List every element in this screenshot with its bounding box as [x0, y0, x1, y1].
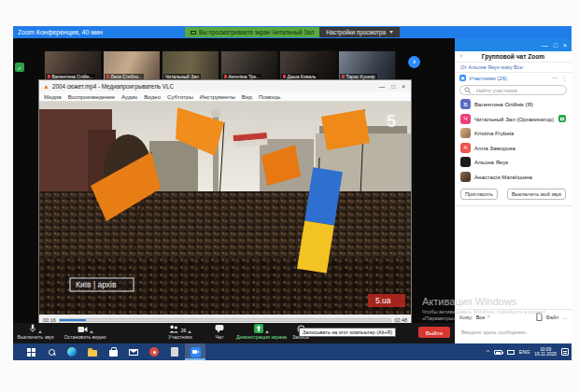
- participant-row[interactable]: В Валентина Олійнік (Я): [455, 97, 572, 112]
- view-settings-button[interactable]: Настройки просмотра: [319, 27, 400, 37]
- panel-maximize-button[interactable]: □: [554, 42, 558, 49]
- menu-playback[interactable]: Воспроизведение: [68, 93, 115, 100]
- thumbnail-name: Леся Стебло...: [111, 74, 143, 79]
- participants-count-badge: 26: [181, 328, 187, 333]
- vlc-minimize-button[interactable]: —: [379, 83, 386, 90]
- participant-search[interactable]: [459, 85, 567, 95]
- file-button[interactable]: Файл: [546, 315, 559, 320]
- video-thumbnail[interactable]: Тарас Кушнір: [338, 50, 396, 81]
- search-icon: [464, 87, 472, 94]
- video-thumbnail[interactable]: Ангеліна Тре...: [220, 50, 278, 81]
- video-thumbnail[interactable]: Читальный Зал: [162, 50, 219, 81]
- taskbar-zoom-button[interactable]: [185, 343, 205, 360]
- taskbar-explorer-button[interactable]: [82, 343, 103, 360]
- vlc-titlebar[interactable]: ▲ 2004 сюжет.mp4 - Медиапроигрыватель VL…: [39, 80, 411, 91]
- stop-video-button[interactable]: Остановить видео: [56, 325, 114, 340]
- encryption-shield-icon[interactable]: ✓: [15, 63, 24, 72]
- viewing-banner-text: Вы просматриваете экран Читальный Зал: [199, 29, 314, 35]
- mute-button[interactable]: Выключить звук: [13, 325, 58, 340]
- menu-view[interactable]: Вид: [242, 93, 252, 100]
- chevron-down-icon: [389, 31, 393, 34]
- mute-my-audio-button[interactable]: Выключить мой звук: [507, 189, 566, 200]
- video-thumbnail[interactable]: Валентина Олійн...: [44, 50, 102, 81]
- more-button[interactable]: ...: [562, 315, 567, 320]
- window-title: Zoom Конференция, 40 мин: [13, 29, 103, 35]
- message-input[interactable]: [459, 329, 567, 336]
- panel-close-button[interactable]: ×: [563, 42, 567, 49]
- menu-tools[interactable]: Инструменты: [200, 93, 235, 100]
- meeting-toolbar: Выключить звук Остановить видео 26 Участ…: [13, 323, 455, 343]
- panel-minimize-button[interactable]: —: [542, 42, 548, 49]
- vlc-cone-icon: ▲: [43, 83, 49, 90]
- share-screen-button[interactable]: Демонстрация экрана: [232, 325, 291, 340]
- language-indicator[interactable]: ENG: [519, 349, 530, 355]
- zoom-content: ✓ Валентина Олійн... Леся Стебло... Чита…: [13, 38, 572, 343]
- viewing-banner: Вы просматриваете экран Читальный Зал: [185, 27, 319, 37]
- record-tooltip: Записывать на этот компьютер (Alt+R): [299, 328, 396, 337]
- taskbar-document-button[interactable]: [164, 343, 185, 360]
- taskbar-app-red-button[interactable]: [144, 343, 164, 360]
- chat-label: Чат: [216, 334, 224, 340]
- participant-row[interactable]: Kristina Frybela: [455, 126, 572, 141]
- battery-icon[interactable]: [494, 350, 502, 355]
- participants-minimize-button[interactable]: —: [552, 75, 558, 81]
- hidden-icons-button[interactable]: ^: [487, 349, 489, 355]
- taskbar-search-button[interactable]: [41, 343, 62, 360]
- elapsed-time: 00:16: [43, 317, 56, 323]
- leave-meeting-button[interactable]: Выйти: [418, 327, 450, 338]
- share-options-caret[interactable]: [265, 330, 269, 333]
- participant-row[interactable]: Альона Янук: [455, 155, 572, 170]
- chat-panel: — □ × Групповой чат Zoom От Альона Янук …: [455, 38, 572, 343]
- taskbar-store-button[interactable]: [103, 343, 123, 360]
- participant-name: Анастасія Матвіїшина: [474, 174, 532, 180]
- display-icon[interactable]: [507, 350, 515, 355]
- taskbar-mail-button[interactable]: [123, 343, 144, 360]
- vlc-close-button[interactable]: ×: [402, 83, 405, 90]
- edge-icon: [67, 347, 77, 357]
- recipient-dropdown[interactable]: Все: [476, 315, 491, 320]
- avatar: [460, 157, 471, 167]
- participant-name: Kristina Frybela: [474, 130, 514, 136]
- panel-empty-space: [455, 206, 572, 309]
- participant-name: Алла Заморока: [474, 145, 515, 151]
- video-thumbnail[interactable]: Даша Коваль: [279, 50, 337, 81]
- thumbnail-name: Ангеліна Тре...: [229, 74, 261, 79]
- notification-center-icon[interactable]: [561, 348, 569, 356]
- video-frame[interactable]: 5 Київ | архів 5.ua: [39, 102, 411, 315]
- menu-help[interactable]: Помощь: [259, 93, 281, 100]
- menu-media[interactable]: Медиа: [44, 93, 62, 100]
- chat-icon: [215, 324, 224, 333]
- taskbar-clock[interactable]: 10:09 19.11.2020: [534, 347, 557, 357]
- search-input[interactable]: [474, 87, 558, 94]
- vlc-maximize-button[interactable]: □: [391, 83, 395, 90]
- start-button[interactable]: [21, 343, 41, 360]
- participants-caret[interactable]: [188, 330, 191, 333]
- to-label: Кому:: [459, 315, 473, 320]
- collapse-chevron-icon[interactable]: [459, 55, 463, 58]
- participant-row[interactable]: А Алла Заморока: [455, 141, 572, 156]
- video-options-caret[interactable]: [90, 330, 93, 333]
- store-bag-icon: [109, 350, 118, 357]
- participants-label: Участники: [168, 334, 191, 340]
- invite-button[interactable]: Пригласить: [460, 189, 498, 200]
- mute-options-caret[interactable]: [38, 330, 42, 333]
- menu-video[interactable]: Видео: [144, 93, 161, 100]
- chat-button[interactable]: Чат: [206, 325, 233, 340]
- thumbnail-name: Тарас Кушнір: [346, 74, 375, 79]
- menu-audio[interactable]: Аудио: [121, 93, 137, 100]
- filmstrip-next-button[interactable]: ›: [408, 56, 420, 68]
- participant-row[interactable]: Анастасія Матвіїшина: [455, 170, 572, 185]
- thumbnail-name: Валентина Олійн...: [52, 74, 93, 79]
- participants-more-button[interactable]: ⋮: [561, 75, 567, 81]
- participant-row[interactable]: Ч Читальный Зал (Организатор): [455, 112, 572, 127]
- video-thumbnail[interactable]: Леся Стебло...: [103, 50, 161, 81]
- seek-slider[interactable]: [59, 318, 391, 322]
- menu-subtitles[interactable]: Субтитры: [167, 93, 193, 100]
- mic-icon: [29, 324, 36, 333]
- screen: Zoom Конференция, 40 мин Вы просматривае…: [13, 26, 572, 360]
- participants-list-header: ▣ Участники (26) — ⋮: [455, 73, 572, 83]
- participants-button[interactable]: 26 Участники: [161, 325, 200, 340]
- taskbar-edge-button[interactable]: [62, 343, 82, 360]
- total-time: 02:48: [394, 317, 407, 323]
- search-icon: [49, 349, 55, 356]
